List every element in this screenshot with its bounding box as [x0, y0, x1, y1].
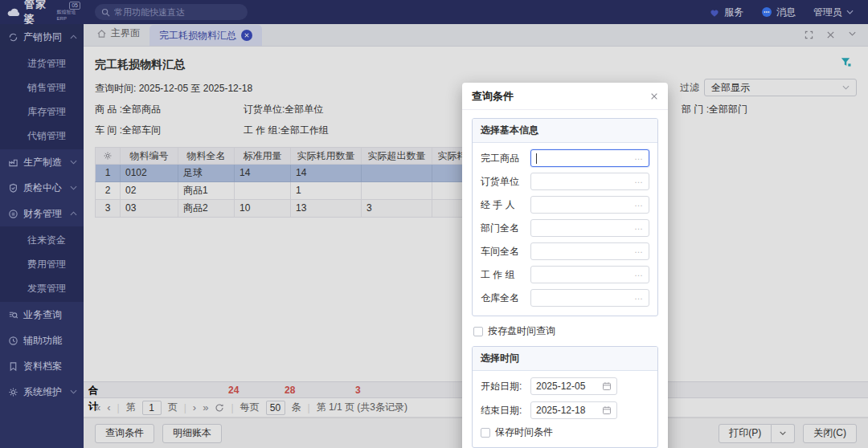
calendar-icon[interactable] [602, 405, 612, 415]
end-date-input[interactable]: 2025-12-18 [530, 401, 617, 419]
dialog-title: 查询条件 [472, 89, 514, 104]
field-label-handler: 经 手 人 [481, 198, 530, 212]
end-date-label: 结束日期: [481, 404, 530, 417]
ellipsis-picker-icon[interactable]: … [634, 152, 644, 161]
storage-time-checkbox[interactable]: 按存盘时间查询 [473, 324, 657, 338]
field-label-warehouse: 仓库全名 [481, 291, 530, 305]
ellipsis-picker-icon[interactable]: … [634, 268, 644, 278]
checkbox-icon[interactable] [481, 428, 490, 438]
warehouse-input[interactable]: … [530, 289, 649, 307]
dialog-close-icon[interactable] [650, 92, 658, 100]
checkbox-icon[interactable] [473, 327, 483, 336]
query-condition-dialog: 查询条件 选择基本信息 完工商品 … 订货单位 … [462, 83, 668, 448]
start-date-input[interactable]: 2025-12-05 [530, 377, 617, 395]
time-fieldset: 选择时间 开始日期: 2025-12-05 结束日期: 2025-12-18 [472, 346, 658, 448]
save-time-checkbox[interactable]: 保存时间条件 [481, 426, 649, 439]
department-input[interactable]: … [530, 219, 649, 237]
field-label-finished-product: 完工商品 [481, 152, 530, 165]
basic-info-section-title: 选择基本信息 [473, 119, 657, 143]
order-unit-input[interactable]: … [530, 173, 649, 190]
ellipsis-picker-icon[interactable]: … [634, 291, 644, 301]
workshop-input[interactable]: … [530, 242, 649, 260]
workgroup-input[interactable]: … [530, 266, 649, 283]
text-cursor [536, 153, 537, 164]
finished-product-input[interactable]: … [530, 149, 649, 167]
start-date-value: 2025-12-05 [536, 381, 585, 392]
field-label-workgroup: 工 作 组 [481, 268, 530, 282]
start-date-label: 开始日期: [481, 380, 530, 393]
save-time-checkbox-label: 保存时间条件 [495, 426, 553, 439]
field-label-department: 部门全名 [481, 222, 530, 235]
handler-input[interactable]: … [530, 196, 649, 214]
ellipsis-picker-icon[interactable]: … [634, 175, 644, 185]
field-label-order-unit: 订货单位 [481, 175, 530, 189]
ellipsis-picker-icon[interactable]: … [634, 222, 644, 231]
basic-info-fieldset: 选择基本信息 完工商品 … 订货单位 … 经 手 人 [472, 118, 658, 316]
ellipsis-picker-icon[interactable]: … [634, 198, 644, 208]
ellipsis-picker-icon[interactable]: … [634, 245, 644, 255]
storage-time-checkbox-label: 按存盘时间查询 [488, 324, 555, 338]
calendar-icon[interactable] [602, 381, 612, 391]
end-date-value: 2025-12-18 [536, 405, 585, 416]
modal-overlay [0, 0, 868, 448]
field-label-workshop: 车间全名 [481, 245, 530, 259]
time-section-title: 选择时间 [473, 347, 657, 371]
